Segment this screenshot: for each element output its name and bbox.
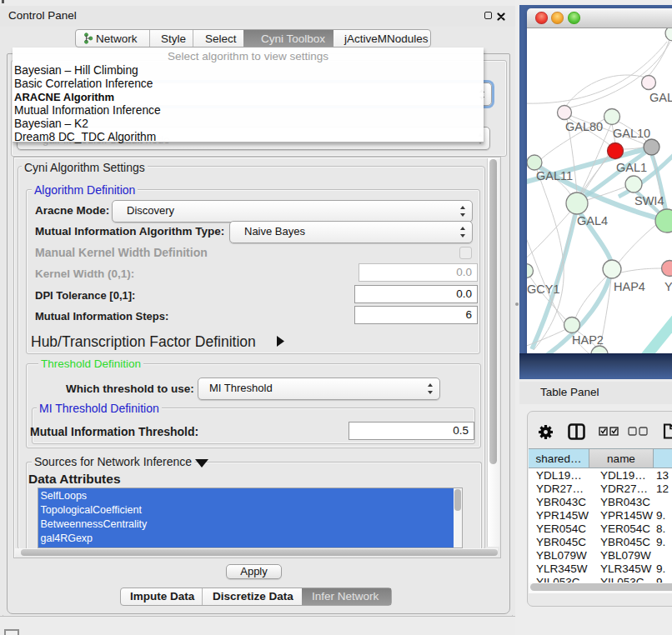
svg-text:SWI4: SWI4 bbox=[634, 194, 664, 208]
svg-text:GAL1: GAL1 bbox=[616, 161, 647, 174]
svg-text:GAL2: GAL2 bbox=[649, 91, 672, 104]
svg-text:GAL80: GAL80 bbox=[565, 120, 603, 133]
svg-text:YM: YM bbox=[664, 280, 672, 293]
svg-text:GAL11: GAL11 bbox=[536, 169, 573, 182]
svg-text:GCY1: GCY1 bbox=[527, 282, 560, 296]
svg-text:HAP4: HAP4 bbox=[614, 280, 645, 293]
svg-text:GAL4: GAL4 bbox=[577, 214, 608, 228]
svg-text:GAL10: GAL10 bbox=[613, 127, 650, 140]
svg-text:HAP2: HAP2 bbox=[572, 333, 604, 347]
